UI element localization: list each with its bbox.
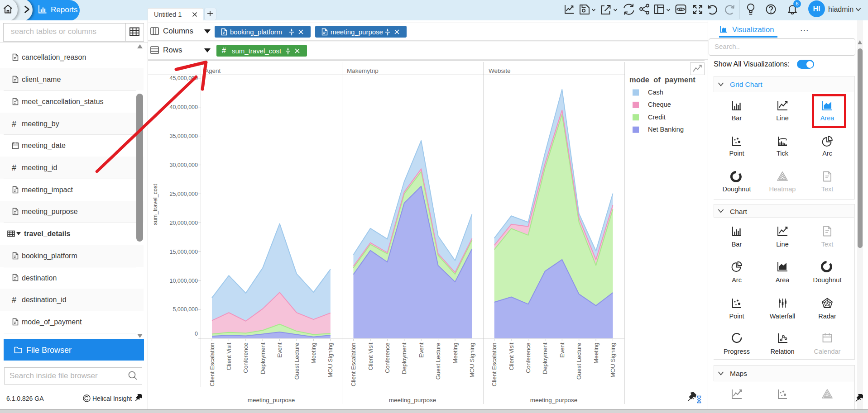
svg-text:meeting_purpose: meeting_purpose [248,397,295,404]
svg-text:Agent: Agent [205,67,221,74]
svg-text:Event: Event [276,342,283,358]
svg-text:MOU Signing: MOU Signing [469,343,475,378]
svg-text:Guest Lecture: Guest Lecture [435,343,441,380]
svg-text:Meeting: Meeting [452,343,459,364]
svg-text:Cheque: Cheque [648,101,671,108]
svg-text:Client Visit: Client Visit [508,342,515,370]
svg-text:Cash: Cash [648,89,663,96]
svg-text:Event: Event [559,342,566,358]
svg-text:Net Banking: Net Banking [648,126,684,133]
svg-text:Makemytrip: Makemytrip [347,67,379,74]
svg-text:0: 0 [195,331,198,337]
svg-text:Client Escalation: Client Escalation [209,343,216,387]
svg-text:Guest Lecture: Guest Lecture [293,343,300,380]
svg-text:35,000,000: 35,000,000 [169,133,198,139]
svg-text:10,000,000: 10,000,000 [169,278,198,284]
svg-text:Event: Event [418,342,425,358]
svg-text:Client Visit: Client Visit [367,342,374,370]
svg-text:sum_travel_cost: sum_travel_cost [152,184,158,225]
svg-text:40,000,000: 40,000,000 [169,104,198,110]
svg-text:Deployment: Deployment [542,342,548,374]
svg-text:mode_of_payment: mode_of_payment [629,76,695,84]
svg-text:meeting_purpose: meeting_purpose [530,397,577,404]
svg-text:Deployment: Deployment [401,342,408,374]
svg-text:45,000,000: 45,000,000 [169,75,198,81]
svg-text:MOU Signing: MOU Signing [327,343,334,378]
svg-text:20,000,000: 20,000,000 [169,220,198,226]
svg-text:Deployment: Deployment [259,342,266,374]
svg-text:30,000,000: 30,000,000 [169,162,198,168]
svg-text:25,000,000: 25,000,000 [169,191,198,197]
svg-text:Client Escalation: Client Escalation [491,343,498,387]
svg-text:Website: Website [489,67,511,74]
svg-text:Client Escalation: Client Escalation [350,343,357,387]
svg-text:Guest Lecture: Guest Lecture [575,343,582,380]
svg-text:Meeting: Meeting [310,343,317,364]
svg-text:5,000,000: 5,000,000 [173,306,198,313]
svg-text:MOU Signing: MOU Signing [609,343,616,378]
svg-text:Conference: Conference [525,343,532,373]
svg-text:Client Visit: Client Visit [225,342,232,370]
svg-text:meeting_purpose: meeting_purpose [389,397,436,404]
svg-text:Credit: Credit [648,114,666,121]
svg-text:Meeting: Meeting [593,343,599,364]
svg-text:Conference: Conference [242,343,249,373]
svg-text:Conference: Conference [384,343,391,373]
svg-text:15,000,000: 15,000,000 [169,249,198,255]
